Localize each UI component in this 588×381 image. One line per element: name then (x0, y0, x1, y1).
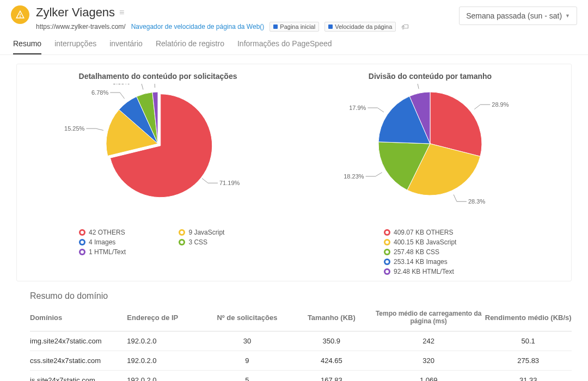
legend-swatch (384, 249, 390, 255)
pie-label: 17.9% (349, 105, 366, 111)
domain-summary-title: Resumo do domínio (30, 291, 572, 301)
legend-item: 1 HTML/Text (79, 248, 176, 256)
legend-item: 257.48 KB CSS (384, 248, 564, 256)
tab-pagespeed[interactable]: Informações do PageSpeed (237, 39, 332, 54)
pie-label: 6.5% (392, 84, 406, 84)
pie-label: 28.3% (468, 198, 485, 205)
breadcrumb-link[interactable]: Navegador de velocidade de página da Web… (131, 23, 265, 30)
site-url: https://www.zylker-travels.com/ (36, 23, 126, 30)
legend-swatch (384, 259, 390, 265)
pie-label: 6.78% (91, 89, 108, 96)
legend-swatch (179, 229, 185, 236)
legend-item: 9 JavaScript (179, 229, 276, 236)
page-title: Zylker Viagens (36, 5, 115, 20)
tab-bar: Resumo interrupções inventário Relatório… (0, 32, 588, 55)
table-row: img.site24x7static.com 192.0.2.0 30 350.… (30, 331, 572, 351)
tab-inventario[interactable]: inventário (109, 39, 143, 54)
tab-interrupcoes[interactable]: interrupções (54, 39, 96, 54)
legend-item: 4 Images (79, 238, 176, 246)
domain-table: Domínios Endereço de IP Nº de solicitaçõ… (30, 304, 572, 381)
chart-title: Detalhamento do conteúdo por solicitaçõe… (24, 72, 291, 81)
tab-relatorio[interactable]: Relatório de registro (156, 39, 224, 54)
table-row: css.site24x7static.com 192.0.2.0 9 424.6… (30, 351, 572, 371)
table-header: Domínios Endereço de IP Nº de solicitaçõ… (30, 304, 572, 331)
tab-resumo[interactable]: Resumo (13, 39, 41, 54)
chart-requests: Detalhamento do conteúdo por solicitaçõe… (24, 72, 291, 275)
charts-panel: Detalhamento do conteúdo por solicitaçõe… (16, 64, 572, 281)
table-row: js.site24x7static.com 192.0.2.0 5 167.83… (30, 371, 572, 381)
legend-swatch (384, 239, 390, 245)
chip-home[interactable]: Pagina inicial (270, 22, 319, 32)
svg-point-1 (20, 16, 21, 17)
legend-item: 253.14 KB Images (384, 258, 564, 266)
menu-icon[interactable]: ≡ (119, 8, 124, 17)
page-header: Zylker Viagens ≡ https://www.zylker-trav… (0, 0, 588, 32)
period-dropdown[interactable]: Semana passada (sun - sat) ▼ (459, 7, 577, 25)
legend-swatch (79, 229, 85, 236)
pie-label: 28.9% (492, 101, 509, 108)
legend-item: 3 CSS (179, 238, 276, 246)
period-label: Semana passada (sun - sat) (466, 11, 562, 20)
chart-size: Divisão do conteúdo por tamanho 28.9%28.… (297, 72, 564, 275)
legend-swatch (384, 268, 390, 275)
legend-item: 409.07 KB OTHERS (384, 229, 564, 236)
tag-icon[interactable]: 🏷 (401, 22, 409, 31)
legend-swatch (79, 249, 85, 255)
legend-swatch (384, 229, 390, 236)
pie-label: 71.19% (219, 180, 240, 186)
legend-item: 42 OTHERS (79, 229, 176, 236)
app-logo (11, 5, 29, 24)
pie-label: 18.23% (344, 173, 364, 180)
legend-swatch (79, 239, 85, 245)
pie-label: 15.25% (64, 125, 85, 132)
legend-swatch (179, 239, 185, 245)
chart-title: Divisão do conteúdo por tamanho (297, 72, 564, 81)
pie-label: 5.08% (113, 84, 130, 85)
legend-item: 400.15 KB JavaScript (384, 238, 564, 246)
chevron-down-icon: ▼ (565, 13, 570, 19)
legend-item: 92.48 KB HTML/Text (384, 268, 564, 275)
chip-pagespeed[interactable]: Velocidade da página (324, 22, 396, 32)
